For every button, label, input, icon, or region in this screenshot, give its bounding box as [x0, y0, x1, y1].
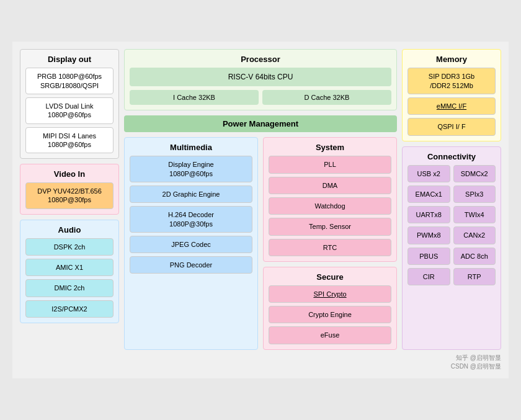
multimedia-item-0: Display Engine 1080P@60fps — [130, 156, 252, 182]
conn-item-2: EMACx1 — [407, 185, 450, 203]
processor-title: Processor — [130, 55, 391, 64]
power-management-section: Power Management — [124, 115, 397, 132]
memory-list: SIP DDR3 1Gb /DDR2 512Mb eMMC I/F QSPI I… — [407, 68, 496, 135]
connectivity-section: Connectivity USB x2 SDMCx2 EMACx1 SPIx3 … — [402, 146, 501, 350]
system-list: PLL DMA Watchdog Temp. Sensor RTC — [269, 156, 391, 256]
conn-item-10: CIR — [407, 268, 450, 285]
main-grid: Display out PRGB 1080P@60fps SRGB/18080/… — [20, 49, 501, 349]
memory-item-2: QSPI I/ F — [407, 118, 496, 135]
secure-list: SPI Crypto Crypto Engine eFuse — [269, 285, 391, 344]
audio-item-1: AMIC X1 — [25, 259, 114, 276]
system-item-3: Temp. Sensor — [269, 218, 391, 235]
system-item-1: DMA — [269, 177, 391, 194]
secure-item-0: SPI Crypto — [269, 285, 391, 303]
display-out-item-1: LVDS Dual Link 1080P@60fps — [25, 97, 114, 124]
conn-item-4: UARTx8 — [407, 206, 450, 223]
audio-section: Audio DSPK 2ch AMIC X1 DMIC 2ch I2S/PCMX… — [20, 220, 119, 323]
multimedia-item-1: 2D Graphic Engine — [130, 185, 252, 203]
memory-item-1: eMMC I/F — [407, 97, 496, 115]
audio-item-2: DMIC 2ch — [25, 279, 114, 297]
conn-item-9: ADC 8ch — [453, 248, 496, 265]
conn-item-5: TWIx4 — [453, 206, 496, 223]
watermark: 知乎 @启明智显 CSDN @启明智显 — [20, 354, 501, 371]
audio-item-0: DSPK 2ch — [25, 238, 114, 256]
system-item-4: RTC — [269, 239, 391, 256]
left-column: Display out PRGB 1080P@60fps SRGB/18080/… — [20, 49, 119, 349]
connectivity-title: Connectivity — [407, 152, 496, 161]
display-out-list: PRGB 1080P@60fps SRGB/18080/QSPI LVDS Du… — [25, 68, 114, 153]
conn-item-7: CANx2 — [453, 226, 496, 244]
system-secure-column: System PLL DMA Watchdog Temp. Sensor RTC… — [263, 137, 397, 349]
memory-item-0: SIP DDR3 1Gb /DDR2 512Mb — [407, 68, 496, 94]
system-item-2: Watchdog — [269, 197, 391, 215]
memory-title: Memory — [407, 55, 496, 64]
multimedia-item-3: JPEG Codec — [130, 236, 252, 253]
display-out-section: Display out PRGB 1080P@60fps SRGB/18080/… — [20, 49, 119, 159]
diagram: Display out PRGB 1080P@60fps SRGB/18080/… — [12, 42, 509, 378]
multimedia-item-4: PNG Decoder — [130, 256, 252, 274]
display-out-item-0: PRGB 1080P@60fps SRGB/18080/QSPI — [25, 68, 114, 94]
processor-dcache: D Cache 32KB — [262, 90, 391, 105]
processor-section: Processor RISC-V 64bits CPU I Cache 32KB… — [124, 49, 397, 110]
system-section: System PLL DMA Watchdog Temp. Sensor RTC — [263, 137, 397, 261]
processor-cache-row: I Cache 32KB D Cache 32KB — [130, 90, 391, 105]
secure-title: Secure — [269, 272, 391, 282]
conn-item-3: SPIx3 — [453, 185, 496, 203]
multimedia-item-2: H.264 Decoder 1080P@30fps — [130, 206, 252, 233]
audio-list: DSPK 2ch AMIC X1 DMIC 2ch I2S/PCMX2 — [25, 238, 114, 318]
center-bottom: Multimedia Display Engine 1080P@60fps 2D… — [124, 137, 397, 349]
secure-item-1: Crypto Engine — [269, 306, 391, 323]
multimedia-section: Multimedia Display Engine 1080P@60fps 2D… — [124, 137, 258, 349]
connectivity-grid: USB x2 SDMCx2 EMACx1 SPIx3 UARTx8 TWIx4 … — [407, 165, 496, 286]
secure-section: Secure SPI Crypto Crypto Engine eFuse — [263, 267, 397, 350]
conn-item-0: USB x2 — [407, 165, 450, 182]
right-column: Memory SIP DDR3 1Gb /DDR2 512Mb eMMC I/F… — [402, 49, 501, 349]
audio-item-3: I2S/PCMX2 — [25, 300, 114, 318]
display-out-item-2: MIPI DSI 4 Lanes 1080P@60fps — [25, 127, 114, 154]
display-out-title: Display out — [25, 55, 114, 64]
secure-item-2: eFuse — [269, 326, 391, 344]
processor-icache: I Cache 32KB — [130, 90, 259, 105]
system-title: System — [269, 143, 391, 152]
conn-item-11: RTP — [453, 268, 496, 285]
video-in-item-0: DVP YUV422/BT.656 1080P@30fps — [25, 182, 114, 209]
memory-section: Memory SIP DDR3 1Gb /DDR2 512Mb eMMC I/F… — [402, 49, 501, 141]
system-item-0: PLL — [269, 156, 391, 173]
conn-item-6: PWMx8 — [407, 226, 450, 244]
multimedia-list: Display Engine 1080P@60fps 2D Graphic En… — [130, 156, 252, 274]
center-column: Processor RISC-V 64bits CPU I Cache 32KB… — [124, 49, 397, 349]
video-in-title: Video In — [25, 169, 114, 179]
video-in-list: DVP YUV422/BT.656 1080P@30fps — [25, 182, 114, 209]
multimedia-title: Multimedia — [130, 143, 252, 152]
conn-item-8: PBUS — [407, 248, 450, 265]
conn-item-1: SDMCx2 — [453, 165, 496, 182]
video-in-section: Video In DVP YUV422/BT.656 1080P@30fps — [20, 164, 119, 215]
processor-cpu: RISC-V 64bits CPU — [130, 68, 391, 86]
audio-title: Audio — [25, 225, 114, 235]
